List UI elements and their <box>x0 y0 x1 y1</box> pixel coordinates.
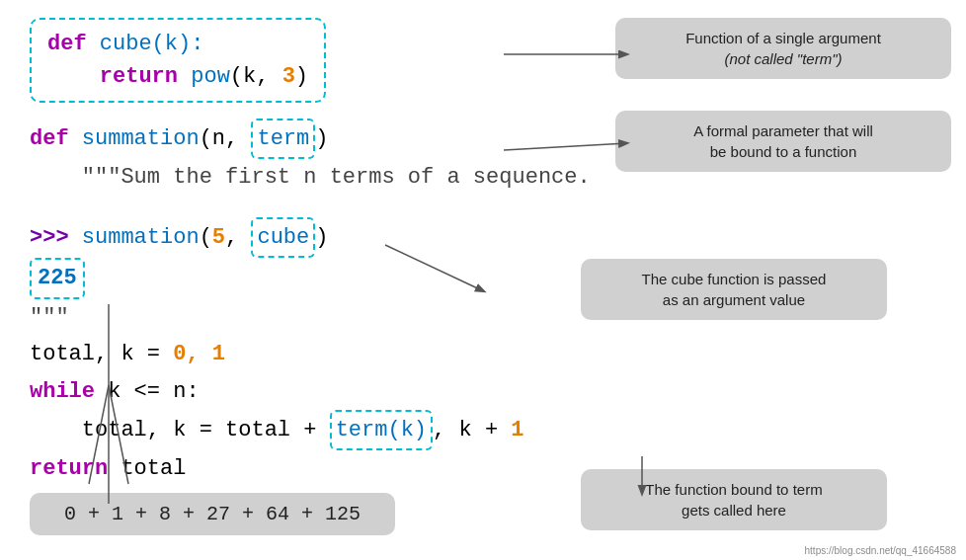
callout-term-called: The function bound to term gets called h… <box>581 469 887 530</box>
repl-arg-5: 5 <box>212 225 225 250</box>
body-text-1: total, k = total + <box>30 418 330 442</box>
docstring-close-line: """ <box>30 299 524 336</box>
callout-cube-passed: The cube function is passed as an argume… <box>581 259 887 320</box>
return-line: return total <box>30 450 524 487</box>
term-call: term(k) <box>336 418 427 442</box>
callout-4-line2: gets called here <box>682 502 786 519</box>
pow-args: (k, <box>230 64 282 89</box>
summation-def-line: def summation(n, term) <box>30 119 591 159</box>
cube-function-block: def cube(k): return pow(k, 3) <box>30 18 326 103</box>
def-keyword-2: def <box>30 126 69 151</box>
repl-prompt: >>> <box>30 225 69 250</box>
arithmetic-box: 0 + 1 + 8 + 27 + 64 + 125 <box>30 493 395 535</box>
repl-summation-call: summation <box>82 225 200 250</box>
repl-result-line: 225 <box>30 258 524 298</box>
result-225: 225 <box>38 266 77 290</box>
cube-function-name: cube(k): <box>100 32 204 56</box>
callout-3-line2: as an argument value <box>663 291 805 308</box>
body-num-1: 1 <box>511 418 523 442</box>
total-init-line: total, k = 0, 1 <box>30 336 524 372</box>
callout-2-line2: be bound to a function <box>710 143 856 160</box>
pow-function: pow <box>191 64 230 89</box>
callout-4-line1: The function bound to term <box>645 481 822 498</box>
def-keyword-1: def <box>47 32 87 56</box>
term-param: term <box>257 126 309 151</box>
return-keyword-2: return <box>30 456 108 481</box>
total-init-nums: 0, 1 <box>173 342 225 366</box>
cube-arg: cube <box>257 225 309 250</box>
summation-function-block: def summation(n, term) """Sum the first … <box>30 119 591 197</box>
while-line: while k <= n: <box>30 373 524 410</box>
repl-section: >>> summation(5, cube) 225 """ total, k … <box>30 217 524 488</box>
pow-num: 3 <box>282 64 295 89</box>
docstring: """Sum the first n terms of a sequence. <box>30 165 591 190</box>
repl-call-line: >>> summation(5, cube) <box>30 217 524 258</box>
callout-formal-parameter: A formal parameter that will be bound to… <box>615 111 951 172</box>
summation-function-name: summation <box>82 126 200 151</box>
docstring-line: """Sum the first n terms of a sequence. <box>30 159 591 196</box>
body-line: total, k = total + term(k), k + 1 <box>30 410 524 450</box>
summation-paren-close: ) <box>315 126 328 151</box>
repl-comma: , <box>225 225 251 250</box>
return-keyword-1: return <box>100 64 178 89</box>
callout-1-line1: Function of a single argument <box>685 30 881 46</box>
term-param-highlight: term <box>251 119 315 159</box>
return-total: total <box>108 456 186 481</box>
cube-def-line: def cube(k): <box>47 28 308 60</box>
callout-2-line1: A formal parameter that will <box>693 122 873 139</box>
callout-single-argument: Function of a single argument (not calle… <box>615 18 951 79</box>
main-container: def cube(k): return pow(k, 3) Function o… <box>0 0 966 560</box>
term-call-highlight: term(k) <box>330 410 433 450</box>
pow-end: ) <box>295 64 308 89</box>
callout-3-line1: The cube function is passed <box>642 271 827 287</box>
watermark: https://blog.csdn.net/qq_41664588 <box>805 545 956 556</box>
while-cond: k <= n: <box>95 379 200 404</box>
result-225-box: 225 <box>30 258 85 298</box>
cube-return-line: return pow(k, 3) <box>47 60 308 93</box>
repl-paren: ( <box>200 225 212 250</box>
total-k-text: total, k = <box>30 342 173 366</box>
repl-close-paren: ) <box>315 225 328 250</box>
arithmetic-expression: 0 + 1 + 8 + 27 + 64 + 125 <box>64 503 361 525</box>
cube-arg-highlight: cube <box>251 217 315 258</box>
summation-paren-open: (n, <box>200 126 252 151</box>
body-sep: , k + <box>433 418 511 442</box>
docstring-close: """ <box>30 305 69 330</box>
while-keyword: while <box>30 379 95 404</box>
callout-1-line2: (not called "term") <box>724 50 842 67</box>
